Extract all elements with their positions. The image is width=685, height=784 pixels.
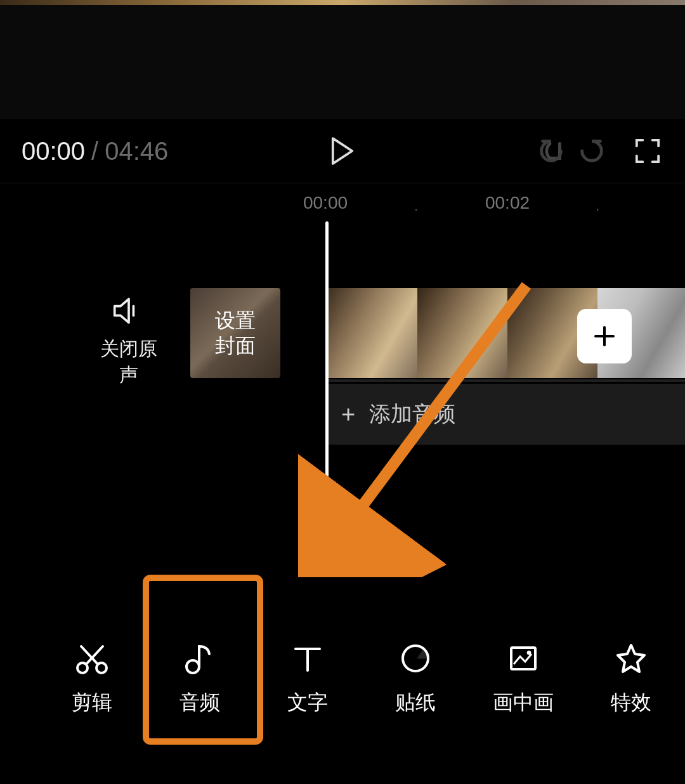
video-frame[interactable]	[327, 288, 417, 378]
timeline-ruler[interactable]: 00:00 · 00:02 ·	[0, 183, 685, 221]
current-time: 00:00	[22, 137, 85, 166]
mute-label: 关闭原声	[94, 336, 164, 388]
speaker-icon	[94, 294, 164, 327]
add-audio-label: 添加音频	[369, 400, 455, 429]
tool-label: 文字	[287, 689, 328, 717]
tool-label: 贴纸	[395, 689, 436, 717]
add-clip-button[interactable]	[577, 309, 632, 363]
total-time: 04:46	[105, 137, 168, 166]
redo-button[interactable]	[576, 135, 608, 167]
scissors-icon	[75, 639, 109, 677]
plus-icon: +	[341, 401, 355, 428]
playback-bar: 00:00 / 04:46	[0, 119, 685, 183]
tool-sticker[interactable]: 贴纸	[362, 639, 469, 741]
mute-original-sound-button[interactable]: 关闭原声	[94, 294, 164, 388]
tool-label: 画中画	[493, 689, 554, 717]
tool-label: 剪辑	[72, 689, 112, 717]
sticker-icon	[398, 639, 433, 677]
music-note-icon	[183, 639, 217, 677]
add-audio-button[interactable]: + 添加音频	[327, 384, 685, 445]
play-icon	[330, 137, 355, 165]
pip-icon	[506, 639, 540, 677]
ruler-timestamp: 00:02	[485, 193, 530, 213]
ruler-timestamp: 00:00	[303, 193, 348, 213]
redo-icon	[577, 136, 606, 166]
cover-label-line2: 封面	[215, 333, 256, 358]
ruler-tick: ·	[414, 201, 418, 218]
text-icon	[290, 639, 325, 677]
video-preview-strip	[0, 0, 685, 5]
svg-point-8	[186, 660, 199, 673]
set-cover-button[interactable]: 设置 封面	[190, 288, 280, 378]
play-button[interactable]	[327, 135, 358, 167]
video-frame[interactable]	[417, 288, 507, 378]
fullscreen-icon	[634, 138, 661, 164]
undo-button[interactable]	[535, 135, 567, 167]
tool-label: 特效	[611, 689, 651, 717]
tool-audio[interactable]: 音频	[146, 639, 254, 741]
cover-label-line1: 设置	[215, 308, 256, 333]
fullscreen-button[interactable]	[632, 135, 663, 167]
tool-edit[interactable]: 剪辑	[38, 639, 146, 741]
plus-icon	[592, 323, 617, 349]
bottom-toolbar: 剪辑 音频 文字 贴纸 画中画 特效	[0, 639, 685, 741]
tool-label: 音频	[179, 689, 220, 717]
star-icon	[614, 639, 648, 677]
ruler-tick: ·	[596, 201, 599, 218]
timeline[interactable]: 关闭原声 设置 封面 + 添加音频	[0, 221, 685, 493]
tool-effects[interactable]: 特效	[577, 639, 685, 741]
time-separator: /	[91, 137, 98, 166]
video-preview-area	[0, 5, 685, 119]
undo-icon	[537, 136, 566, 166]
tool-text[interactable]: 文字	[254, 639, 362, 741]
playhead[interactable]	[325, 221, 329, 480]
tool-pip[interactable]: 画中画	[469, 639, 577, 741]
svg-point-13	[527, 651, 531, 655]
